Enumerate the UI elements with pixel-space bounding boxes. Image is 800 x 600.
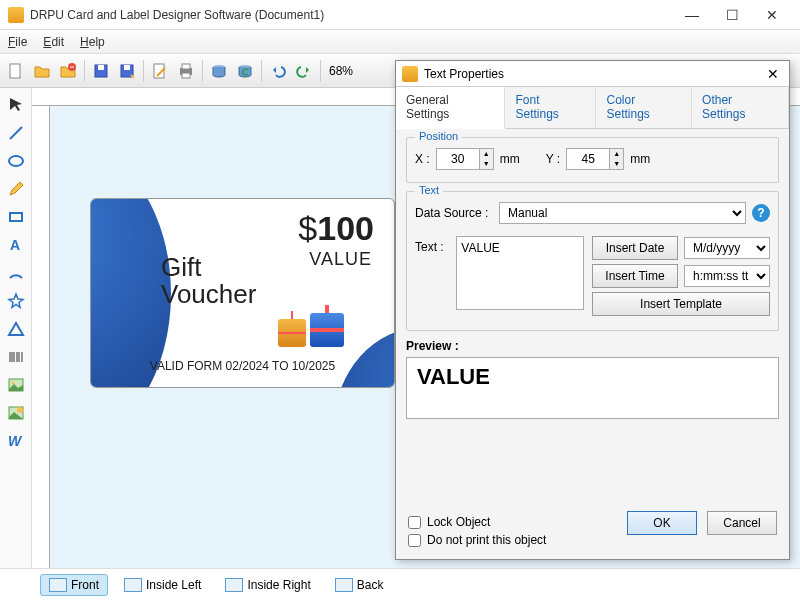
ruler-vertical — [32, 106, 50, 568]
svg-line-12 — [10, 127, 22, 139]
y-spinner[interactable]: ▲▼ — [566, 148, 624, 170]
page-icon — [124, 578, 142, 592]
do-not-print-checkbox[interactable]: Do not print this object — [408, 533, 617, 547]
dialog-title: Text Properties — [424, 67, 763, 81]
tab-general-settings[interactable]: General Settings — [396, 87, 505, 129]
text-legend: Text — [415, 184, 443, 196]
data-source-select[interactable]: Manual — [499, 202, 746, 224]
svg-rect-0 — [10, 64, 20, 78]
gift-box-icon — [278, 319, 306, 347]
edit-icon[interactable] — [148, 59, 172, 83]
page-tabs: Front Inside Left Inside Right Back — [0, 568, 800, 600]
wordart-icon[interactable]: W — [5, 430, 27, 452]
triangle-icon[interactable] — [5, 318, 27, 340]
insert-time-button[interactable]: Insert Time — [592, 264, 678, 288]
time-format-select[interactable]: h:mm:ss tt — [684, 265, 770, 287]
image-icon[interactable] — [5, 374, 27, 396]
text-icon[interactable]: A — [5, 234, 27, 256]
print-icon[interactable] — [174, 59, 198, 83]
preview-label: Preview : — [406, 339, 779, 353]
line-icon[interactable] — [5, 122, 27, 144]
x-input[interactable] — [437, 152, 479, 166]
save-icon[interactable] — [89, 59, 113, 83]
spin-up-icon[interactable]: ▲ — [479, 149, 493, 159]
tab-inside-right[interactable]: Inside Right — [217, 575, 318, 595]
insert-date-button[interactable]: Insert Date — [592, 236, 678, 260]
spin-down-icon[interactable]: ▼ — [479, 159, 493, 169]
database-refresh-icon[interactable] — [233, 59, 257, 83]
undo-icon[interactable] — [266, 59, 290, 83]
menu-file[interactable]: File — [8, 35, 27, 49]
text-properties-dialog: Text Properties ✕ General Settings Font … — [395, 60, 790, 560]
text-fieldset: Text Data Source : Manual ? Text : VALUE… — [406, 191, 779, 331]
svg-point-13 — [9, 156, 23, 166]
y-unit: mm — [630, 152, 650, 166]
page-icon — [49, 578, 67, 592]
tab-back[interactable]: Back — [327, 575, 392, 595]
side-toolbar: A W — [0, 88, 32, 568]
pencil-icon[interactable] — [5, 178, 27, 200]
tab-other-settings[interactable]: Other Settings — [692, 87, 789, 128]
spin-down-icon[interactable]: ▼ — [609, 159, 623, 169]
tab-font-settings[interactable]: Font Settings — [505, 87, 596, 128]
minimize-button[interactable]: — — [672, 1, 712, 29]
y-input[interactable] — [567, 152, 609, 166]
page-icon — [225, 578, 243, 592]
text-textarea[interactable]: VALUE — [456, 236, 584, 310]
open-remove-icon[interactable] — [56, 59, 80, 83]
zoom-value[interactable]: 68% — [329, 64, 353, 78]
x-spinner[interactable]: ▲▼ — [436, 148, 494, 170]
dialog-titlebar[interactable]: Text Properties ✕ — [396, 61, 789, 87]
page-icon — [335, 578, 353, 592]
new-icon[interactable] — [4, 59, 28, 83]
card-gift-voucher: GiftVoucher — [161, 254, 256, 308]
tab-front[interactable]: Front — [40, 574, 108, 596]
svg-point-19 — [17, 407, 23, 413]
ok-button[interactable]: OK — [627, 511, 697, 535]
redo-icon[interactable] — [292, 59, 316, 83]
cancel-button[interactable]: Cancel — [707, 511, 777, 535]
titlebar: DRPU Card and Label Designer Software (D… — [0, 0, 800, 30]
tab-inside-left[interactable]: Inside Left — [116, 575, 209, 595]
preview-value: VALUE — [417, 364, 768, 390]
ellipse-icon[interactable] — [5, 150, 27, 172]
database-icon[interactable] — [207, 59, 231, 83]
insert-template-button[interactable]: Insert Template — [592, 292, 770, 316]
menu-help[interactable]: Help — [80, 35, 105, 49]
menu-edit[interactable]: Edit — [43, 35, 64, 49]
preview-box: VALUE — [406, 357, 779, 419]
card-value-label: VALUE — [309, 249, 372, 270]
date-format-select[interactable]: M/d/yyyy — [684, 237, 770, 259]
spin-up-icon[interactable]: ▲ — [609, 149, 623, 159]
tab-color-settings[interactable]: Color Settings — [596, 87, 692, 128]
position-legend: Position — [415, 130, 462, 142]
card-design[interactable]: $100 VALUE GiftVoucher VALID FORM 02/202… — [90, 198, 395, 388]
text-label: Text : — [415, 236, 448, 254]
rect-icon[interactable] — [5, 206, 27, 228]
svg-rect-5 — [124, 65, 130, 70]
barcode-icon[interactable] — [5, 346, 27, 368]
x-unit: mm — [500, 152, 520, 166]
dialog-tabs: General Settings Font Settings Color Set… — [396, 87, 789, 129]
maximize-button[interactable]: ☐ — [712, 1, 752, 29]
star-icon[interactable] — [5, 290, 27, 312]
dialog-close-icon[interactable]: ✕ — [763, 66, 783, 82]
arc-icon[interactable] — [5, 262, 27, 284]
close-button[interactable]: ✕ — [752, 1, 792, 29]
pointer-icon[interactable] — [5, 94, 27, 116]
help-icon[interactable]: ? — [752, 204, 770, 222]
data-source-label: Data Source : — [415, 206, 493, 220]
dialog-icon — [402, 66, 418, 82]
position-fieldset: Position X : ▲▼ mm Y : ▲▼ mm — [406, 137, 779, 183]
svg-rect-9 — [182, 73, 190, 78]
card-price: $100 — [298, 209, 374, 248]
image-library-icon[interactable] — [5, 402, 27, 424]
card-gifts — [278, 313, 344, 347]
gift-box-icon — [310, 313, 344, 347]
x-label: X : — [415, 152, 430, 166]
save-as-icon[interactable] — [115, 59, 139, 83]
lock-object-checkbox[interactable]: Lock Object — [408, 515, 617, 529]
svg-rect-3 — [98, 65, 104, 70]
y-label: Y : — [546, 152, 560, 166]
open-icon[interactable] — [30, 59, 54, 83]
